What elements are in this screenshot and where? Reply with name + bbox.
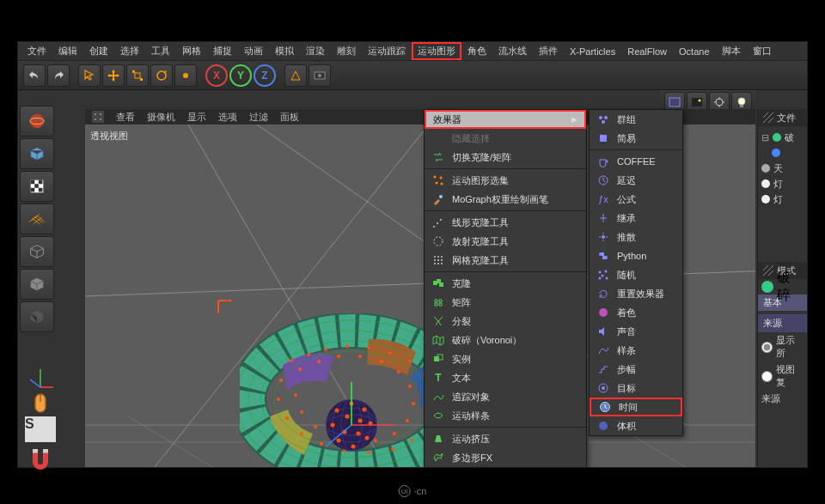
vp-menu-view[interactable]: 查看 — [116, 111, 135, 124]
tree-row-sphere[interactable] — [761, 145, 804, 161]
menu-plugins[interactable]: 插件 — [533, 42, 564, 60]
grid-icon[interactable] — [20, 203, 54, 234]
target-effector-item[interactable]: 目标 — [590, 379, 682, 398]
menu-octane[interactable]: Octane — [673, 44, 715, 59]
sound-effector-item[interactable]: 声音 — [590, 322, 682, 341]
formula-effector-item[interactable]: ƒx公式 — [590, 190, 682, 209]
delay-effector-item[interactable]: 延迟 — [590, 171, 682, 190]
svg-point-11 — [738, 98, 745, 105]
group-effector-item[interactable]: 群组 — [590, 110, 682, 129]
svg-point-67 — [294, 393, 297, 397]
weight-brush-item[interactable]: MoGraph权重绘制画笔 — [425, 190, 586, 209]
linear-clone-item[interactable]: 线形克隆工具 — [425, 213, 586, 232]
rotate-tool[interactable] — [150, 64, 173, 87]
menu-mograph[interactable]: 运动图形 — [412, 42, 461, 60]
menu-animate[interactable]: 动画 — [238, 42, 269, 60]
menu-realflow[interactable]: RealFlow — [621, 44, 673, 59]
object-manager-tab[interactable]: 文件 — [758, 109, 807, 126]
fracture-item[interactable]: 分裂 — [425, 312, 586, 331]
cube-dark-icon[interactable] — [20, 301, 54, 332]
instance-item[interactable]: 实例 — [425, 349, 586, 368]
tree-row-sky[interactable]: 天 — [761, 161, 804, 176]
grid-clone-item[interactable]: 网格克隆工具 — [425, 251, 586, 270]
menu-character[interactable]: 角色 — [461, 42, 492, 60]
swap-clone-item[interactable]: 切换克隆/矩阵 — [425, 148, 586, 167]
voronoi-item[interactable]: 破碎（Voronoi） — [425, 331, 586, 349]
menu-script[interactable]: 脚本 — [716, 42, 747, 60]
vp-menu-display[interactable]: 显示 — [187, 111, 206, 124]
svg-point-44 — [391, 447, 394, 451]
menu-edit[interactable]: 编辑 — [52, 42, 83, 60]
shader-effector-item[interactable]: 着色 — [590, 303, 682, 322]
magnet-icon[interactable] — [25, 444, 56, 470]
volume-effector-item[interactable]: 体积 — [590, 416, 682, 435]
random-effector-item[interactable]: 随机 — [590, 265, 682, 284]
mospline-item[interactable]: 运动样条 — [425, 406, 586, 425]
vp-menu-filter[interactable]: 过滤 — [249, 111, 268, 124]
menu-simulate[interactable]: 模拟 — [269, 42, 300, 60]
plain-effector-item[interactable]: 简易 — [590, 129, 682, 148]
coord-system-button[interactable] — [284, 64, 307, 87]
scale-tool[interactable] — [126, 64, 149, 87]
effector-submenu-item[interactable]: 效果器▶ — [425, 110, 586, 129]
coffee-effector-item[interactable]: COFFEE — [590, 152, 682, 171]
menu-pipeline[interactable]: 流水线 — [492, 42, 533, 60]
snap-s-icon[interactable]: S — [25, 416, 56, 442]
select-tool[interactable] — [78, 64, 101, 87]
radio-view[interactable]: 视图复 — [758, 361, 807, 391]
menu-create[interactable]: 创建 — [83, 42, 114, 60]
cube-solid-icon[interactable] — [20, 269, 54, 300]
shader-icon — [596, 306, 610, 319]
cube-icon[interactable] — [20, 138, 54, 169]
python-effector-item[interactable]: Python — [590, 246, 682, 265]
object-tree[interactable]: ⊟破 天 灯 灯 — [758, 126, 807, 210]
menu-sculpt[interactable]: 雕刻 — [331, 42, 362, 60]
last-tool[interactable] — [174, 64, 197, 87]
spline-effector-item[interactable]: 样条 — [590, 341, 682, 360]
inherit-effector-item[interactable]: 继承 — [590, 209, 682, 228]
menu-render[interactable]: 渲染 — [300, 42, 331, 60]
menu-motion-tracker[interactable]: 运动跟踪 — [362, 42, 412, 60]
menu-file[interactable]: 文件 — [21, 42, 52, 60]
tree-row-light1[interactable]: 灯 — [761, 176, 804, 191]
svg-point-109 — [437, 222, 438, 224]
redo-button[interactable] — [47, 64, 70, 87]
move-tool[interactable] — [102, 64, 125, 87]
svg-point-66 — [300, 410, 303, 414]
mouse-icon[interactable] — [25, 389, 56, 415]
render-view-button[interactable] — [309, 64, 331, 87]
radio-show[interactable]: 显示所 — [758, 332, 807, 361]
menu-mesh[interactable]: 网格 — [176, 42, 207, 60]
axis-x-toggle[interactable]: X — [205, 64, 228, 87]
time-effector-item[interactable]: 时间 — [590, 398, 682, 416]
polyfx-item[interactable]: 多边形FX — [425, 448, 586, 467]
step-effector-item[interactable]: 步幅 — [590, 360, 682, 379]
push-effector-item[interactable]: 推散 — [590, 228, 682, 246]
axis-z-toggle[interactable]: Z — [254, 64, 276, 87]
axis-icon[interactable] — [25, 361, 56, 387]
moselection-item[interactable]: 运动图形选集 — [425, 171, 586, 190]
vp-menu-panel[interactable]: 面板 — [280, 111, 299, 124]
cube-outline-icon[interactable] — [20, 236, 54, 267]
tree-row-voronoi[interactable]: ⊟破 — [761, 130, 804, 145]
menu-snap[interactable]: 捕捉 — [207, 42, 238, 60]
radial-clone-item[interactable]: 放射克隆工具 — [425, 232, 586, 251]
menu-tools[interactable]: 工具 — [145, 42, 176, 60]
checker-icon[interactable] — [20, 171, 54, 202]
vp-menu-camera[interactable]: 摄像机 — [147, 111, 175, 124]
axis-y-toggle[interactable]: Y — [229, 64, 252, 87]
menu-select[interactable]: 选择 — [114, 42, 145, 60]
attr-source-header: 来源 — [758, 314, 807, 332]
moextrude-item[interactable]: 运动挤压 — [425, 429, 586, 448]
tree-row-light2[interactable]: 灯 — [761, 191, 804, 207]
tracer-item[interactable]: 追踪对象 — [425, 387, 586, 406]
menu-window[interactable]: 窗口 — [747, 42, 778, 60]
globe-icon[interactable] — [20, 106, 54, 137]
menu-xparticles[interactable]: X-Particles — [564, 44, 621, 59]
text-item[interactable]: T文本 — [425, 368, 586, 387]
cloner-item[interactable]: 克隆 — [425, 274, 586, 293]
matrix-item[interactable]: 矩阵 — [425, 293, 586, 312]
undo-button[interactable] — [23, 64, 46, 87]
vp-menu-options[interactable]: 选项 — [218, 111, 237, 124]
reeffector-item[interactable]: 重置效果器 — [590, 284, 682, 303]
